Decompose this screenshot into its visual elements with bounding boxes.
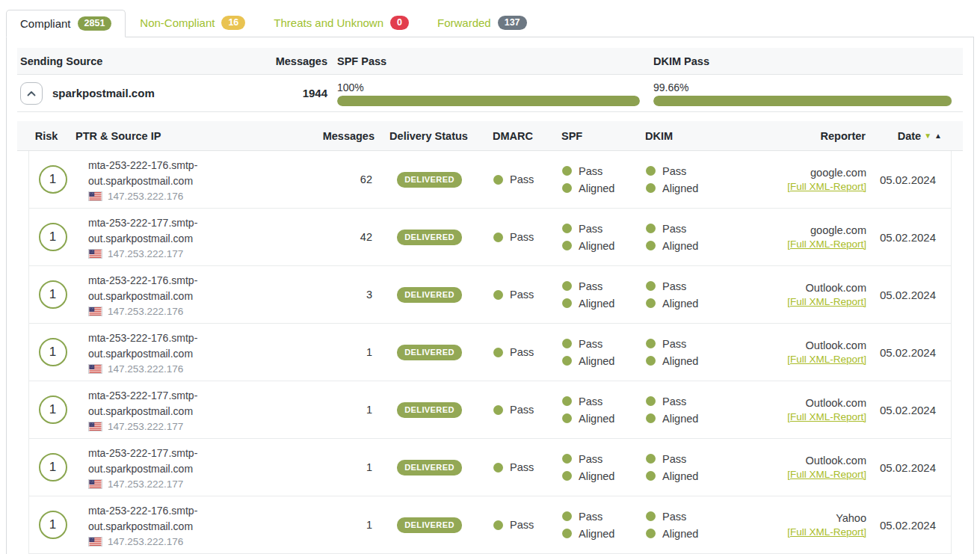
message-count: 1 [315, 519, 375, 531]
spf-pass-result: Pass [579, 165, 603, 177]
us-flag-icon [88, 422, 102, 431]
tab-non-compliant[interactable]: Non-Compliant 16 [126, 9, 259, 37]
reporter-cell: Outlook.com [Full XML-Report] [742, 397, 872, 422]
dkim-pass-result: Pass [662, 338, 686, 350]
spf-progress-track [337, 96, 640, 106]
aligned-dot-icon [646, 413, 656, 423]
spf-cell: Pass Aligned [549, 165, 633, 194]
tab-threats-unknown-count-badge: 0 [390, 16, 409, 30]
ptr-source-ip-cell: mta-253-222-177.smtp-out.sparkpostmail.c… [76, 382, 315, 438]
full-xml-report-link[interactable]: [Full XML-Report] [787, 526, 866, 538]
risk-score-badge: 1 [39, 511, 67, 539]
sort-descending-icon[interactable]: ▼ [924, 132, 931, 140]
source-ip: 147.253.222.176 [108, 306, 183, 317]
spf-cell: Pass Aligned [549, 338, 633, 367]
full-xml-report-link[interactable]: [Full XML-Report] [787, 296, 866, 307]
reporter-cell: google.com [Full XML-Report] [742, 224, 872, 250]
spf-aligned-result: Aligned [579, 240, 614, 252]
dkim-aligned-result: Aligned [662, 182, 698, 194]
risk-cell: 1 [29, 165, 76, 194]
tab-compliant-label: Compliant [20, 17, 71, 30]
table-row: 1 mta-253-222-177.smtp-out.sparkpostmail… [29, 439, 951, 496]
spf-cell: Pass Aligned [549, 453, 633, 482]
tab-threats-unknown[interactable]: Threats and Unknown 0 [259, 9, 423, 37]
reporter-name: google.com [810, 167, 866, 179]
delivered-badge: DELIVERED [397, 345, 462, 360]
full-xml-report-link[interactable]: [Full XML-Report] [787, 354, 866, 365]
chevron-up-icon [27, 90, 36, 96]
header-messages: Messages [275, 55, 327, 67]
source-ip: 147.253.222.177 [108, 248, 183, 259]
pass-dot-icon [646, 224, 656, 233]
collapse-source-button[interactable] [20, 82, 43, 105]
table-row: 1 mta-253-222-176.smtp-out.sparkpostmail… [29, 496, 951, 554]
message-count: 1 [315, 346, 375, 358]
pass-dot-icon [493, 233, 503, 242]
full-xml-report-link[interactable]: [Full XML-Report] [787, 181, 866, 192]
spf-pass-result: Pass [579, 338, 603, 350]
subtable-rows: 1 mta-253-222-176.smtp-out.sparkpostmail… [28, 151, 952, 554]
dkim-pass-result: Pass [662, 453, 686, 465]
spf-pass-percent: 100% [337, 81, 653, 93]
delivery-status-cell: DELIVERED [375, 287, 484, 303]
header-dkim: DKIM [632, 130, 741, 142]
compliant-panel: Sending Source Messages SPF Pass DKIM Pa… [6, 37, 974, 554]
tab-compliant[interactable]: Compliant 2851 [6, 10, 126, 37]
tab-forwarded[interactable]: Forwarded 137 [423, 9, 541, 37]
dkim-progress-track [653, 96, 952, 106]
dmarc-result: Pass [510, 461, 534, 473]
full-xml-report-link[interactable]: [Full XML-Report] [787, 238, 866, 250]
us-flag-icon [88, 479, 102, 489]
report-date: 05.02.2024 [872, 404, 951, 416]
dkim-cell: Pass Aligned [633, 396, 742, 425]
reporter-cell: Yahoo [Full XML-Report] [742, 512, 872, 538]
sort-ascending-icon[interactable]: ▲ [934, 132, 942, 140]
risk-cell: 1 [29, 338, 76, 366]
pass-dot-icon [646, 281, 656, 291]
full-xml-report-link[interactable]: [Full XML-Report] [787, 411, 866, 422]
risk-cell: 1 [29, 396, 76, 424]
dkim-pass-percent: 99.66% [653, 81, 963, 93]
pass-dot-icon [646, 339, 656, 348]
risk-cell: 1 [29, 280, 76, 309]
message-count: 62 [315, 173, 375, 185]
header-detail-messages: Messages [315, 130, 375, 142]
dkim-aligned-result: Aligned [662, 413, 698, 425]
report-date: 05.02.2024 [872, 519, 951, 532]
ptr-hostname: mta-253-222-176.smtp-out.sparkpostmail.c… [88, 158, 217, 189]
dkim-cell: Pass Aligned [633, 280, 742, 310]
header-delivery-status: Delivery Status [375, 130, 483, 142]
tab-non-compliant-count-badge: 16 [221, 16, 245, 30]
aligned-dot-icon [646, 529, 656, 538]
us-flag-icon [88, 249, 102, 259]
header-date-sort[interactable]: Date ▼ ▲ [872, 130, 963, 142]
dkim-cell: Pass Aligned [633, 165, 742, 194]
header-dkim-pass: DKIM Pass [653, 55, 963, 67]
table-row: 1 mta-253-222-176.smtp-out.sparkpostmail… [29, 151, 951, 209]
pass-dot-icon [493, 175, 503, 185]
ptr-hostname: mta-253-222-177.smtp-out.sparkpostmail.c… [88, 215, 217, 247]
pass-dot-icon [562, 454, 572, 464]
ptr-source-ip-cell: mta-253-222-176.smtp-out.sparkpostmail.c… [76, 324, 315, 381]
reporter-name: Outlook.com [806, 282, 866, 294]
spf-pass-result: Pass [579, 511, 603, 523]
pass-dot-icon [493, 348, 503, 357]
reporter-name: Outlook.com [806, 397, 866, 409]
us-flag-icon [88, 537, 102, 547]
risk-cell: 1 [29, 223, 76, 251]
reporter-name: google.com [810, 224, 866, 236]
dkim-cell: Pass Aligned [633, 511, 742, 540]
pass-dot-icon [562, 396, 572, 406]
risk-cell: 1 [29, 511, 76, 539]
header-reporter: Reporter [741, 130, 872, 142]
spf-pass-result: Pass [579, 280, 603, 292]
dkim-aligned-result: Aligned [662, 240, 698, 252]
pass-dot-icon [646, 511, 656, 521]
ptr-source-ip-cell: mta-253-222-176.smtp-out.sparkpostmail.c… [76, 152, 315, 208]
table-row: 1 mta-253-222-177.smtp-out.sparkpostmail… [29, 209, 951, 266]
table-row: 1 mta-253-222-176.smtp-out.sparkpostmail… [29, 266, 951, 324]
pass-dot-icon [562, 339, 572, 348]
dkim-cell: Pass Aligned [633, 453, 742, 482]
full-xml-report-link[interactable]: [Full XML-Report] [787, 469, 866, 480]
aligned-dot-icon [562, 241, 572, 250]
